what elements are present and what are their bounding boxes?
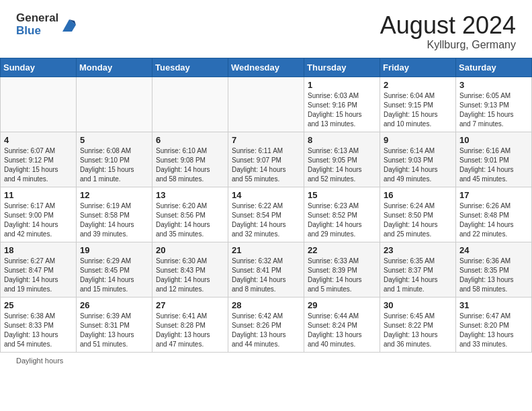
day-info: Sunrise: 6:05 AM Sunset: 9:13 PM Dayligh…	[459, 91, 528, 129]
day-info: Sunrise: 6:33 AM Sunset: 8:39 PM Dayligh…	[308, 257, 376, 294]
calendar-cell	[77, 77, 152, 132]
day-info: Sunrise: 6:27 AM Sunset: 8:47 PM Dayligh…	[4, 257, 73, 294]
calendar-header-sunday: Sunday	[1, 58, 77, 77]
logo-blue: Blue	[16, 25, 58, 38]
day-number: 4	[4, 135, 73, 145]
title-block: August 2024 Kyllburg, Germany	[380, 12, 516, 51]
day-number: 24	[459, 245, 528, 255]
calendar-week-row: 4Sunrise: 6:07 AM Sunset: 9:12 PM Daylig…	[1, 132, 532, 187]
calendar-week-row: 25Sunrise: 6:38 AM Sunset: 8:33 PM Dayli…	[1, 297, 532, 352]
calendar-cell: 14Sunrise: 6:22 AM Sunset: 8:54 PM Dayli…	[228, 187, 304, 242]
calendar-cell: 6Sunrise: 6:10 AM Sunset: 9:08 PM Daylig…	[152, 132, 228, 187]
day-info: Sunrise: 6:38 AM Sunset: 8:33 PM Dayligh…	[4, 312, 73, 349]
calendar-cell: 28Sunrise: 6:42 AM Sunset: 8:26 PM Dayli…	[228, 297, 304, 352]
day-number: 7	[232, 135, 300, 145]
day-info: Sunrise: 6:04 AM Sunset: 9:15 PM Dayligh…	[384, 91, 452, 129]
calendar-cell: 22Sunrise: 6:33 AM Sunset: 8:39 PM Dayli…	[304, 242, 380, 297]
day-info: Sunrise: 6:32 AM Sunset: 8:41 PM Dayligh…	[232, 257, 300, 294]
calendar-cell: 4Sunrise: 6:07 AM Sunset: 9:12 PM Daylig…	[1, 132, 77, 187]
day-info: Sunrise: 6:45 AM Sunset: 8:22 PM Dayligh…	[384, 312, 452, 349]
day-info: Sunrise: 6:13 AM Sunset: 9:05 PM Dayligh…	[308, 146, 376, 184]
logo-general: General	[16, 12, 58, 25]
day-info: Sunrise: 6:20 AM Sunset: 8:56 PM Dayligh…	[156, 201, 224, 239]
day-number: 23	[384, 245, 452, 255]
day-info: Sunrise: 6:03 AM Sunset: 9:16 PM Dayligh…	[308, 91, 376, 129]
calendar-cell: 12Sunrise: 6:19 AM Sunset: 8:58 PM Dayli…	[77, 187, 152, 242]
day-number: 9	[384, 135, 452, 145]
calendar-cell: 18Sunrise: 6:27 AM Sunset: 8:47 PM Dayli…	[1, 242, 77, 297]
calendar-cell: 31Sunrise: 6:47 AM Sunset: 8:20 PM Dayli…	[456, 297, 532, 352]
day-info: Sunrise: 6:22 AM Sunset: 8:54 PM Dayligh…	[232, 201, 300, 239]
calendar-cell: 20Sunrise: 6:30 AM Sunset: 8:43 PM Dayli…	[152, 242, 228, 297]
day-info: Sunrise: 6:39 AM Sunset: 8:31 PM Dayligh…	[80, 312, 148, 349]
day-info: Sunrise: 6:17 AM Sunset: 9:00 PM Dayligh…	[4, 201, 73, 239]
calendar-cell: 29Sunrise: 6:44 AM Sunset: 8:24 PM Dayli…	[304, 297, 380, 352]
day-info: Sunrise: 6:10 AM Sunset: 9:08 PM Dayligh…	[156, 146, 224, 184]
calendar-cell: 25Sunrise: 6:38 AM Sunset: 8:33 PM Dayli…	[1, 297, 77, 352]
calendar-cell: 26Sunrise: 6:39 AM Sunset: 8:31 PM Dayli…	[77, 297, 152, 352]
month-year: August 2024	[380, 12, 516, 39]
day-number: 16	[384, 190, 452, 200]
day-number: 31	[459, 300, 528, 310]
day-number: 13	[156, 190, 224, 200]
calendar-header-thursday: Thursday	[304, 58, 380, 77]
calendar: SundayMondayTuesdayWednesdayThursdayFrid…	[0, 58, 532, 353]
calendar-header-saturday: Saturday	[456, 58, 532, 77]
day-info: Sunrise: 6:16 AM Sunset: 9:01 PM Dayligh…	[459, 146, 528, 184]
calendar-cell: 3Sunrise: 6:05 AM Sunset: 9:13 PM Daylig…	[456, 77, 532, 132]
day-number: 12	[80, 190, 148, 200]
calendar-week-row: 18Sunrise: 6:27 AM Sunset: 8:47 PM Dayli…	[1, 242, 532, 297]
day-info: Sunrise: 6:23 AM Sunset: 8:52 PM Dayligh…	[308, 201, 376, 239]
day-info: Sunrise: 6:14 AM Sunset: 9:03 PM Dayligh…	[384, 146, 452, 184]
day-info: Sunrise: 6:35 AM Sunset: 8:37 PM Dayligh…	[384, 257, 452, 294]
calendar-cell	[228, 77, 304, 132]
calendar-week-row: 11Sunrise: 6:17 AM Sunset: 9:00 PM Dayli…	[1, 187, 532, 242]
calendar-cell: 13Sunrise: 6:20 AM Sunset: 8:56 PM Dayli…	[152, 187, 228, 242]
calendar-cell: 5Sunrise: 6:08 AM Sunset: 9:10 PM Daylig…	[77, 132, 152, 187]
day-number: 25	[4, 300, 73, 310]
day-number: 15	[308, 190, 376, 200]
header: General Blue August 2024 Kyllburg, Germa…	[0, 0, 532, 58]
calendar-cell: 23Sunrise: 6:35 AM Sunset: 8:37 PM Dayli…	[380, 242, 456, 297]
calendar-cell: 2Sunrise: 6:04 AM Sunset: 9:15 PM Daylig…	[380, 77, 456, 132]
calendar-week-row: 1Sunrise: 6:03 AM Sunset: 9:16 PM Daylig…	[1, 77, 532, 132]
calendar-cell: 1Sunrise: 6:03 AM Sunset: 9:16 PM Daylig…	[304, 77, 380, 132]
day-info: Sunrise: 6:26 AM Sunset: 8:48 PM Dayligh…	[459, 201, 528, 239]
day-number: 29	[308, 300, 376, 310]
day-info: Sunrise: 6:29 AM Sunset: 8:45 PM Dayligh…	[80, 257, 148, 294]
calendar-header-row: SundayMondayTuesdayWednesdayThursdayFrid…	[1, 58, 532, 77]
calendar-cell: 21Sunrise: 6:32 AM Sunset: 8:41 PM Dayli…	[228, 242, 304, 297]
day-number: 1	[308, 80, 376, 90]
calendar-cell: 11Sunrise: 6:17 AM Sunset: 9:00 PM Dayli…	[1, 187, 77, 242]
day-info: Sunrise: 6:11 AM Sunset: 9:07 PM Dayligh…	[232, 146, 300, 184]
logo: General Blue	[16, 12, 79, 37]
calendar-cell: 10Sunrise: 6:16 AM Sunset: 9:01 PM Dayli…	[456, 132, 532, 187]
day-number: 21	[232, 245, 300, 255]
day-number: 11	[4, 190, 73, 200]
calendar-cell: 9Sunrise: 6:14 AM Sunset: 9:03 PM Daylig…	[380, 132, 456, 187]
calendar-cell: 16Sunrise: 6:24 AM Sunset: 8:50 PM Dayli…	[380, 187, 456, 242]
calendar-cell: 7Sunrise: 6:11 AM Sunset: 9:07 PM Daylig…	[228, 132, 304, 187]
calendar-cell: 30Sunrise: 6:45 AM Sunset: 8:22 PM Dayli…	[380, 297, 456, 352]
day-number: 27	[156, 300, 224, 310]
calendar-header-friday: Friday	[380, 58, 456, 77]
day-number: 19	[80, 245, 148, 255]
day-info: Sunrise: 6:42 AM Sunset: 8:26 PM Dayligh…	[232, 312, 300, 349]
calendar-cell: 24Sunrise: 6:36 AM Sunset: 8:35 PM Dayli…	[456, 242, 532, 297]
day-number: 30	[384, 300, 452, 310]
logo-icon	[60, 15, 79, 34]
day-number: 8	[308, 135, 376, 145]
calendar-cell: 8Sunrise: 6:13 AM Sunset: 9:05 PM Daylig…	[304, 132, 380, 187]
calendar-header-tuesday: Tuesday	[152, 58, 228, 77]
day-info: Sunrise: 6:41 AM Sunset: 8:28 PM Dayligh…	[156, 312, 224, 349]
day-info: Sunrise: 6:07 AM Sunset: 9:12 PM Dayligh…	[4, 146, 73, 184]
location: Kyllburg, Germany	[380, 39, 516, 51]
day-info: Sunrise: 6:44 AM Sunset: 8:24 PM Dayligh…	[308, 312, 376, 349]
day-info: Sunrise: 6:30 AM Sunset: 8:43 PM Dayligh…	[156, 257, 224, 294]
day-info: Sunrise: 6:08 AM Sunset: 9:10 PM Dayligh…	[80, 146, 148, 184]
day-info: Sunrise: 6:36 AM Sunset: 8:35 PM Dayligh…	[459, 257, 528, 294]
calendar-cell: 27Sunrise: 6:41 AM Sunset: 8:28 PM Dayli…	[152, 297, 228, 352]
footer-note: Daylight hours	[0, 353, 532, 369]
day-number: 10	[459, 135, 528, 145]
day-number: 18	[4, 245, 73, 255]
